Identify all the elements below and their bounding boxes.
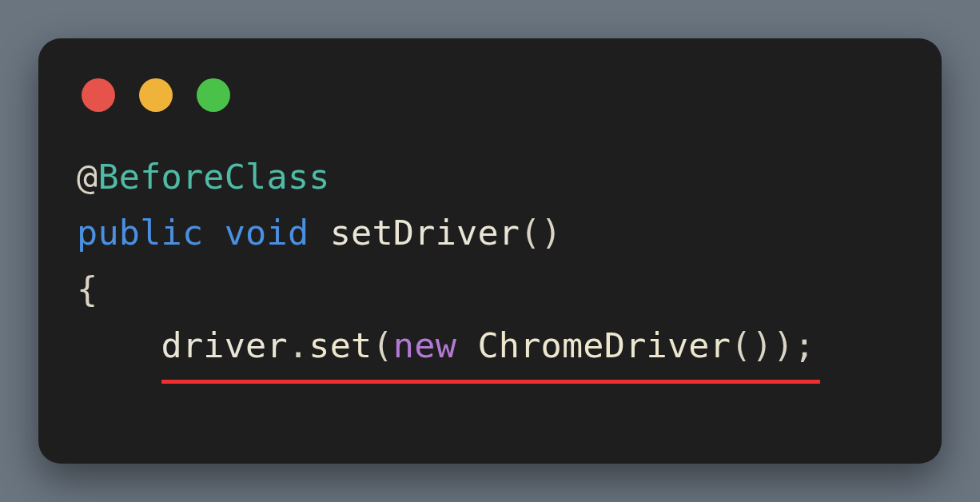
type-chromedriver: ChromeDriver [477, 325, 731, 365]
method-name: setDriver [330, 213, 520, 253]
code-line-4: driver.set(new ChromeDriver()); [77, 325, 815, 365]
close-icon[interactable] [82, 78, 115, 112]
code-line-2: public void setDriver() [77, 213, 562, 253]
minimize-icon[interactable] [139, 78, 173, 112]
keyword-new: new [393, 325, 456, 365]
annotation-name: BeforeClass [98, 157, 329, 197]
keyword-void: void [225, 213, 309, 253]
open-brace: { [77, 269, 98, 309]
code-line-3: { [77, 269, 98, 309]
identifier-driver: driver [161, 325, 288, 365]
error-underline-icon [161, 380, 820, 384]
code-block: @BeforeClass public void setDriver() { d… [77, 149, 903, 374]
highlighted-code: driver.set(new ChromeDriver()); [161, 317, 815, 373]
code-line-1: @BeforeClass [77, 157, 330, 197]
code-window: @BeforeClass public void setDriver() { d… [38, 38, 942, 464]
method-parens: () [520, 213, 562, 253]
method-set: set [309, 325, 372, 365]
zoom-icon[interactable] [197, 78, 230, 112]
keyword-public: public [77, 213, 203, 253]
window-controls [82, 78, 903, 112]
annotation-at: @ [77, 157, 98, 197]
